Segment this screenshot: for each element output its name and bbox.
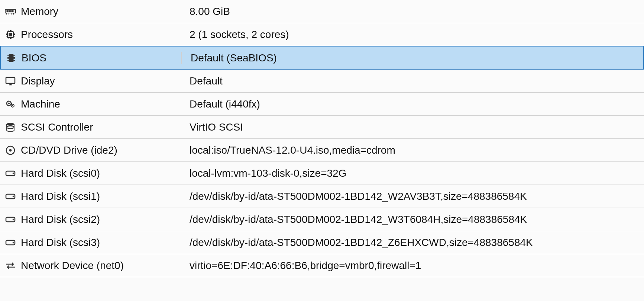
- svg-point-38: [12, 105, 13, 106]
- cogs-icon: [0, 98, 21, 110]
- svg-point-52: [13, 219, 14, 220]
- row-label: CD/DVD Drive (ide2): [21, 144, 117, 156]
- hdd-icon: [0, 190, 21, 202]
- row-memory[interactable]: Memory 8.00 GiB: [0, 0, 644, 23]
- row-value: VirtIO SCSI: [190, 121, 243, 133]
- row-scsi-controller[interactable]: SCSI Controller VirtIO SCSI: [0, 116, 644, 139]
- row-label: BIOS: [22, 52, 46, 64]
- row-label: SCSI Controller: [21, 121, 93, 133]
- row-display[interactable]: Display Default: [0, 70, 644, 93]
- row-value: /dev/disk/by-id/ata-ST500DM002-1BD142_W3…: [190, 214, 527, 225]
- hdd-icon: [0, 167, 21, 179]
- row-value: 2 (1 sockets, 2 cores): [190, 29, 289, 41]
- database-icon: [0, 121, 21, 133]
- row-label: Memory: [21, 6, 58, 17]
- svg-rect-1: [7, 10, 8, 12]
- svg-rect-2: [9, 10, 10, 12]
- row-label: Machine: [21, 98, 60, 110]
- row-hard-disk-scsi0[interactable]: Hard Disk (scsi0) local-lvm:vm-103-disk-…: [0, 162, 644, 185]
- network-icon: [0, 260, 21, 272]
- memory-icon: [0, 6, 21, 17]
- chip-icon: [1, 52, 22, 64]
- svg-point-46: [9, 149, 12, 151]
- row-value: Default: [190, 75, 223, 87]
- hdd-icon: [0, 237, 21, 249]
- disc-icon: [0, 144, 21, 156]
- svg-rect-3: [10, 10, 12, 12]
- row-cddvd-drive[interactable]: CD/DVD Drive (ide2) local:iso/TrueNAS-12…: [0, 139, 644, 162]
- row-label: Hard Disk (scsi3): [21, 237, 100, 249]
- row-processors[interactable]: Processors 2 (1 sockets, 2 cores): [0, 23, 644, 46]
- hardware-list: Memory 8.00 GiB Processors 2 (1 sockets,…: [0, 0, 644, 277]
- svg-rect-10: [9, 33, 12, 36]
- row-label: Hard Disk (scsi2): [21, 214, 100, 225]
- row-machine[interactable]: Machine Default (i440fx): [0, 93, 644, 116]
- row-hard-disk-scsi2[interactable]: Hard Disk (scsi2) /dev/disk/by-id/ata-ST…: [0, 208, 644, 231]
- row-value: local-lvm:vm-103-disk-0,size=32G: [190, 167, 346, 179]
- hdd-icon: [0, 214, 21, 225]
- svg-point-44: [7, 126, 14, 128]
- row-hard-disk-scsi3[interactable]: Hard Disk (scsi3) /dev/disk/by-id/ata-ST…: [0, 231, 644, 254]
- cpu-icon: [0, 29, 21, 41]
- svg-rect-4: [12, 10, 13, 12]
- row-value: virtio=6E:DF:40:A6:66:B6,bridge=vmbr0,fi…: [190, 260, 421, 272]
- row-value: 8.00 GiB: [190, 6, 230, 17]
- row-bios[interactable]: BIOS Default (SeaBIOS): [0, 46, 644, 70]
- row-value: Default (SeaBIOS): [191, 52, 277, 64]
- svg-point-50: [13, 196, 14, 197]
- svg-point-36: [8, 103, 10, 104]
- display-icon: [0, 75, 21, 87]
- row-value: local:iso/TrueNAS-12.0-U4.iso,media=cdro…: [190, 144, 395, 156]
- row-value: /dev/disk/by-id/ata-ST500DM002-1BD142_W2…: [190, 190, 527, 202]
- row-label: Network Device (net0): [21, 260, 124, 272]
- row-label: Display: [21, 75, 55, 87]
- row-label: Processors: [21, 29, 73, 41]
- row-value: /dev/disk/by-id/ata-ST500DM002-1BD142_Z6…: [190, 237, 533, 249]
- row-value: Default (i440fx): [190, 98, 260, 110]
- svg-point-54: [13, 242, 14, 243]
- row-label: Hard Disk (scsi1): [21, 190, 100, 202]
- row-label: Hard Disk (scsi0): [21, 167, 100, 179]
- svg-rect-32: [6, 77, 15, 83]
- row-network-device[interactable]: Network Device (net0) virtio=6E:DF:40:A6…: [0, 254, 644, 277]
- svg-point-48: [13, 173, 14, 174]
- svg-rect-23: [9, 54, 13, 62]
- row-hard-disk-scsi1[interactable]: Hard Disk (scsi1) /dev/disk/by-id/ata-ST…: [0, 185, 644, 208]
- svg-point-43: [7, 123, 14, 125]
